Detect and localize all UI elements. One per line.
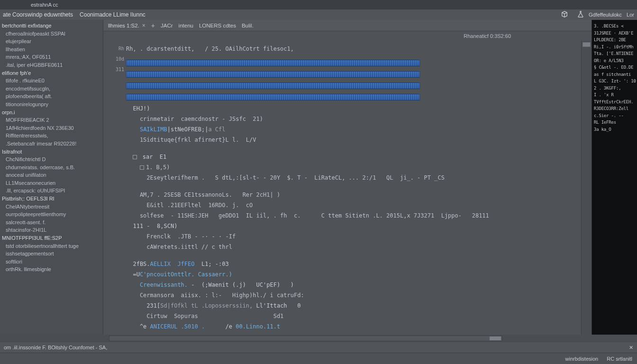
code-line[interactable]: cAWretets.iittl // c thrl [126, 242, 581, 252]
code-line[interactable]: AM,7 . 2SESB CE1tssanonoLs. Rer 2cH1| ) [126, 190, 581, 200]
sidebar-item[interactable]: bertchontti exfixtange [1, 22, 102, 30]
sidebar-item[interactable]: Isitrafnot [1, 148, 102, 156]
line-gutter: Rh10d311 [103, 41, 126, 335]
tab-label-3[interactable]: LONERS cdtes [199, 23, 236, 28]
secondary-bar: om .iil.inssonide F. BOitshly Counfomet … [0, 342, 637, 353]
sidebar-item[interactable]: .lll, ercapsck: oUhUIFSIPI [1, 187, 102, 195]
code-line[interactable]: Rh, . dcarstentditt, / 25. OAilhCotrt fi… [126, 44, 581, 54]
status-field-1[interactable]: winrbdistesion [565, 356, 599, 362]
right-panel-line: TVfftEstrCkrEEH. [594, 99, 635, 106]
sidebar-item[interactable]: .ital, iper eHGBBFE0611 [1, 61, 102, 69]
minimap-thumb[interactable] [582, 42, 591, 47]
status-field-2[interactable]: RC srtlanitl [607, 356, 632, 362]
titlebar: estrahnA cc [0, 0, 637, 9]
code-line[interactable]: EHJ!) [126, 103, 581, 114]
code-line[interactable]: Cirtuw Sopuras Sd1 [126, 311, 581, 321]
sidebar-item[interactable]: mrera,:AX, OF0511 [1, 53, 102, 61]
sidebar-item[interactable]: softliori [1, 258, 102, 266]
tab-active[interactable]: llhmies 1:S2. × [108, 22, 146, 29]
toolbar-label-2[interactable]: Gdfeffeululokc [589, 12, 622, 18]
right-panel-line: Tta. ['E.NTIENIE [594, 50, 635, 57]
sidebar-item[interactable]: LL1Msecanonecurien [1, 179, 102, 187]
sidebar: bertchontti exfixtangecfheroallniofpeask… [0, 20, 103, 335]
sidebar-item[interactable]: shtacinsfor-2HI1L [1, 226, 102, 234]
code-line[interactable]: 1Sidtituqe{frkl afirnert}L l. L/V [126, 135, 581, 145]
code-line[interactable]: 2Eseytlerifherm . S dtL,:[sl-t- - 20Y $.… [126, 173, 581, 183]
right-panel-line: I . 'x R [594, 91, 635, 99]
editor-scroll-region[interactable]: Rh10d311 Rh, . dcarstentditt, / 25. OAil… [103, 41, 592, 335]
minimap[interactable] [581, 41, 592, 335]
sidebar-item[interactable]: MNIOTFPFPI3UL ffE:S2P [1, 234, 102, 242]
right-panel-line: R3DECO3RR:Zell [594, 105, 635, 112]
sidebar-item[interactable]: anoceal unifilaton [1, 171, 102, 179]
right-panel-line: RL IeFRes [594, 119, 635, 126]
right-panel-line: L G3C. Izt- ': 10 [594, 78, 635, 85]
tab-strip: llhmies 1:S2. × + JACr intenu LONERS cdt… [103, 20, 592, 31]
sidebar-item[interactable]: ChelANtybertreesit [1, 203, 102, 211]
code-line[interactable]: crinmetair caemcdnostr - JSsfc 21) [126, 114, 581, 124]
sidebar-item[interactable]: elujerpilear [1, 37, 102, 46]
editor-area: llhmies 1:S2. × + JACr intenu LONERS cdt… [103, 20, 592, 335]
right-panel-line: 3. .BECSEs < [594, 23, 635, 30]
workspace: bertchontti exfixtangecfheroallniofpeask… [0, 20, 637, 335]
code-line[interactable]: =UC'pncouitOnttlr. Cassaerr.) [126, 269, 581, 280]
sidebar-item[interactable]: plofoendbeerita( aft. [1, 92, 102, 100]
gutter-line: 311 [103, 64, 124, 75]
sidebar-item[interactable]: tstd otorbiliesertnorallhttert tuge [1, 242, 102, 250]
code-line[interactable]: 2fBS.AELLIX JfFEO L1; -:03 [126, 259, 581, 269]
tab-label-1[interactable]: JACr [161, 23, 173, 28]
code-line[interactable]: 231[Sd|fOfkl tL .Loposserssiin, Ll'Ittac… [126, 300, 581, 311]
toolbar-label-3[interactable]: Lor [627, 12, 634, 18]
hscroll-track[interactable] [109, 336, 502, 341]
right-panel-line: § C&otl -. EO.DE [594, 64, 635, 71]
code-line[interactable]: solfese - 11SHE:JEH geDDO1 IL iil, . fh … [126, 210, 581, 221]
menubar: ate Coorswindp eduwnthets Coonimadce LLi… [0, 9, 637, 20]
sidebar-item[interactable]: MOFFRIBEACIK 2 [1, 116, 102, 124]
sidebar-item[interactable]: .Setebancafr imesar R920228! [1, 140, 102, 148]
sidebar-item[interactable]: isshsetagpementsort [1, 250, 102, 258]
tab-new-icon[interactable]: + [151, 22, 155, 29]
editor-status-text: Rhaneaticf 0:3S2:60 [464, 33, 511, 39]
sidebar-item[interactable]: salcreott-asent. f. [1, 218, 102, 227]
code-line[interactable]: E&itl .21EEFltel 16RDO. j. cO [126, 200, 581, 210]
tab-close-icon[interactable]: × [142, 22, 146, 29]
code-line[interactable]: SAIkLIMB|stNeOFREB;|a Cfl [126, 124, 581, 135]
menu-item-2[interactable]: Coonimadce LLime Ilunnc [80, 11, 146, 18]
sidebar-item[interactable]: chdurneiratss. oderrcase, s.B. [1, 164, 102, 172]
secondary-bar-close-icon[interactable]: ✕ [629, 345, 633, 351]
code-line[interactable]: Frenclk .JTB - -· - · -If [126, 231, 581, 242]
sidebar-item[interactable]: ChcNifichtrichtl D [1, 155, 102, 164]
sidebar-item[interactable]: orpn.i [1, 109, 102, 117]
right-panel: 3. .BECSEs <31JSREE · AEXB'ELPLDERCE: 2B… [592, 20, 637, 335]
hscroll-thumb[interactable] [490, 337, 501, 340]
sidebar-item[interactable]: elifione fph'e [1, 69, 102, 77]
right-panel-line: c.Sier -. -- [594, 112, 635, 119]
sidebar-item[interactable]: titiononirelogunpry [1, 100, 102, 109]
statusbar: winrbdistesion RC srtlanitl [0, 353, 637, 364]
code-line[interactable]: Creenwissanth. - (;Waenit (.j) UC'pEF) ) [126, 280, 581, 290]
code-line[interactable]: 1. B,5) [126, 162, 581, 173]
cube-icon[interactable] [561, 11, 568, 18]
code-line[interactable]: ^e ANICERUL .S010 . /e 00.Linno.11.t [126, 321, 581, 332]
right-panel-line: OR: e A/L5N3 [594, 57, 635, 64]
sidebar-item[interactable]: cfheroallniofpeaskt SSPAl [1, 30, 102, 38]
sidebar-item[interactable]: 1AfHlchierdfoedn NX 236E30 [1, 124, 102, 132]
sidebar-item[interactable]: llheatien [1, 46, 102, 54]
sidebar-item[interactable]: orthRk. llimesbignle [1, 265, 102, 273]
code-line[interactable]: Cermansora aiisx. : l:- Highp)hl./ i cat… [126, 290, 581, 300]
sidebar-item[interactable]: Pistbrish;: OEFLS3I RI [1, 195, 102, 203]
selection-highlight [126, 71, 420, 78]
tab-label-2[interactable]: intenu [179, 23, 193, 28]
tab-label-4[interactable]: Bulil. [242, 23, 254, 28]
sidebar-item[interactable]: Riffitentreresstwis, [1, 132, 102, 140]
selection-highlight [126, 60, 420, 66]
code-line[interactable]: 111 - 8,SCN) [126, 221, 581, 231]
menu-item-1[interactable]: ate Coorswindp eduwnthets [3, 11, 73, 18]
sidebar-item[interactable]: encodmetifssucgln, [1, 85, 102, 93]
sidebar-item[interactable]: ourrpolipteeprettlienthomy [1, 210, 102, 218]
code-line[interactable]: sar E1 [126, 152, 581, 162]
flask-icon[interactable] [577, 11, 584, 18]
selection-highlight [126, 82, 420, 89]
sidebar-item[interactable]: tlifofe . rfkuineE0 [1, 77, 102, 85]
tab-active-label: llhmies 1:S2. [108, 23, 139, 28]
